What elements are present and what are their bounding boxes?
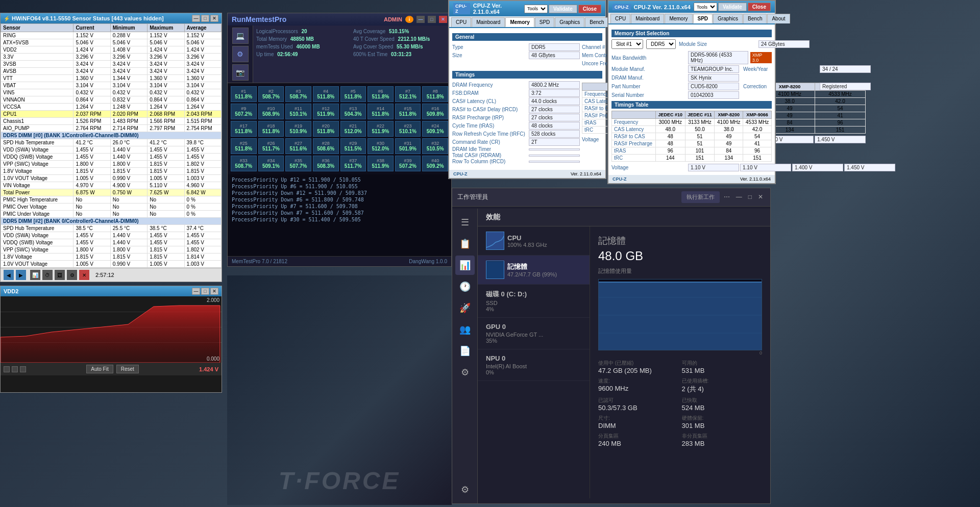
cpuz-tab-mainboard[interactable]: Mainboard	[472, 17, 505, 27]
table-row[interactable]: RING 1.152 V 0.288 V 1.152 V 1.152 V	[1, 32, 222, 39]
memtest-log[interactable]: ProcessPriority Up #12 = 511.900 / 510.0…	[228, 174, 451, 256]
table-row[interactable]: VCCSA 1.264 V 1.248 V 1.264 V 1.264 V	[1, 104, 222, 111]
hwinfo-icon3[interactable]: 🖼	[55, 270, 65, 280]
cpuz-right-close-btn[interactable]: Close	[748, 3, 771, 11]
vdd2-minimize[interactable]: —	[192, 288, 200, 295]
cpuz-drammanuf-value: SK Hynix	[688, 74, 739, 82]
hwinfo-icon2[interactable]: ⏱	[42, 270, 53, 280]
cpuz-right-tools-select[interactable]: Tools	[694, 3, 717, 11]
cpuz-left-tools-select[interactable]: Tools	[524, 5, 548, 13]
cpuz-slot-select[interactable]: Slot #1	[611, 39, 643, 49]
cpuz-right-tab-graphics[interactable]: Graphics	[713, 14, 743, 23]
memtest-computer-icon[interactable]: 💻	[232, 28, 249, 44]
taskmgr-slots-stat: 已使用插槽: 2 (共 4)	[682, 377, 763, 394]
table-row[interactable]: 3VSB 3.424 V 3.424 V 3.424 V 3.424 V	[1, 61, 222, 68]
cpuz-right-tab-bench[interactable]: Bench	[743, 14, 767, 23]
taskmgr-more-btn[interactable]: ⋯	[722, 191, 732, 203]
cpuz-right-tab-spd[interactable]: SPD	[693, 14, 713, 23]
hwinfo-minimize-btn[interactable]: —	[192, 15, 200, 22]
table-row[interactable]: AVSB 3.424 V 3.424 V 3.424 V 3.424 V	[1, 68, 222, 75]
table-row[interactable]: VNNAON 0.864 V 0.832 V 0.864 V 0.864 V	[1, 96, 222, 104]
cpuz-tab-cpu[interactable]: CPU	[451, 17, 471, 27]
hwinfo-icon1[interactable]: 📊	[30, 270, 40, 280]
cpuz-type-select[interactable]: DDR5	[646, 39, 676, 49]
memtest-info-icon[interactable]: i	[405, 16, 413, 23]
taskmgr-new-task-btn[interactable]: 執行新工作	[681, 191, 720, 203]
table-row[interactable]: 3.3V 3.296 V 3.296 V 3.296 V 3.296 V	[1, 54, 222, 61]
memtest-minimize[interactable]: —	[416, 16, 425, 23]
table-row[interactable]: VDDQ (SWB) Voltage 1.455 V 1.440 V 1.455…	[1, 154, 222, 161]
taskmgr-nav-performance[interactable]: 📊	[455, 256, 475, 275]
vdd2-reset-btn[interactable]: Reset	[116, 365, 139, 373]
table-row[interactable]: PMIC High Temperature No No No 0 %	[1, 196, 222, 204]
taskmgr-pagedpool-label: 分頁集區	[598, 433, 679, 440]
cpuz-tab-memory[interactable]: Memory	[505, 17, 534, 27]
taskmgr-disk-item[interactable]: 磁碟 0 (C: D:) SSD 4%	[478, 285, 590, 318]
table-row[interactable]: ATX+5VSB 5.046 V 5.046 V 5.046 V 5.046 V	[1, 39, 222, 46]
table-row[interactable]: VIN Voltage 4.970 V 4.900 V 5.110 V 4.96…	[1, 182, 222, 189]
taskmgr-memory-item[interactable]: 記憶體 47.2/47.7 GB (99%)	[478, 256, 590, 285]
cpuz-right-validate-btn[interactable]: Validate	[718, 3, 747, 11]
taskmgr-nav-hamburger[interactable]: ☰	[455, 213, 475, 232]
sensor-maximum: 1.455 V	[148, 232, 184, 239]
table-row[interactable]: VDD2 1.424 V 1.408 V 1.424 V 1.424 V	[1, 46, 222, 54]
hwinfo-icon4[interactable]: ⚙	[67, 270, 77, 280]
taskmgr-nav-services[interactable]: ⚙	[455, 363, 475, 382]
table-row[interactable]: VPP (SWC) Voltage 1.800 V 1.800 V 1.815 …	[1, 161, 222, 168]
vdd2-close[interactable]: ✕	[210, 288, 218, 295]
table-row[interactable]: VDD (SWA) Voltage 1.455 V 1.440 V 1.455 …	[1, 146, 222, 154]
memtest-gear-icon[interactable]: ⚙	[232, 46, 249, 62]
taskmgr-nav-processes[interactable]: 📋	[455, 234, 475, 253]
taskmgr-gpu-item[interactable]: GPU 0 NVIDIA GeForce GT ... 35%	[478, 318, 590, 349]
taskmgr-minimize-btn[interactable]: —	[734, 191, 744, 203]
table-row[interactable]: VBAT 3.104 V 3.104 V 3.104 V 3.104 V	[1, 82, 222, 89]
hwinfo-maximize-btn[interactable]: □	[201, 15, 209, 22]
hwinfo-arrow-right[interactable]: ▶	[16, 270, 26, 280]
taskmgr-nav-users[interactable]: 👥	[455, 320, 475, 339]
taskmgr-nav-settings[interactable]: ⚙	[455, 480, 475, 499]
taskmgr-npu-item[interactable]: NPU 0 Intel(R) AI Boost 0%	[478, 349, 590, 381]
table-row[interactable]: AIO_PUMP 2.764 RPM 2.714 RPM 2.797 RPM 2…	[1, 125, 222, 132]
taskmgr-nav-apphistory[interactable]: 🕐	[455, 277, 475, 296]
cpuz-left-validate-btn[interactable]: Validate	[549, 5, 577, 13]
table-row[interactable]: 1.0V VOUT Voltage 1.005 V 0.990 V 1.005 …	[1, 175, 222, 182]
hwinfo-arrow-left[interactable]: ◀	[4, 270, 14, 280]
cpuz-tab-spd[interactable]: SPD	[535, 17, 555, 27]
table-row[interactable]: 1.8V Voltage 1.815 V 1.815 V 1.815 V 1.8…	[1, 253, 222, 261]
cpuz-right-tab-cpu[interactable]: CPU	[610, 14, 630, 23]
sensor-current: 1.264 V	[74, 104, 110, 111]
memtest-camera-icon[interactable]: 📷	[232, 64, 249, 81]
cpuz-left-close-btn[interactable]: Close	[578, 5, 601, 13]
sensor-current: No	[74, 204, 110, 211]
cpuz-tab-graphics[interactable]: Graphics	[555, 17, 584, 27]
table-row[interactable]: PMIC Under Voltage No No No 0 %	[1, 211, 222, 218]
table-row[interactable]: PMIC Over Voltage No No No 0 %	[1, 204, 222, 211]
taskmgr-close-btn[interactable]: ✕	[756, 191, 765, 203]
table-row[interactable]: VTT 1.360 V 1.344 V 1.360 V 1.360 V	[1, 75, 222, 82]
vdd2-autofit-btn[interactable]: Auto Fit	[86, 365, 113, 373]
cpuz-right-tab-mainboard[interactable]: Mainboard	[631, 14, 664, 23]
cpuz-right-tab-memory[interactable]: Memory	[665, 14, 692, 23]
table-row[interactable]: Chassis1 1.526 RPM 1.483 RPM 1.566 RPM 1…	[1, 118, 222, 125]
cpuz-tab-bench[interactable]: Bench	[585, 17, 608, 27]
table-row[interactable]: VDDQ (SWB) Voltage 1.455 V 1.440 V 1.455…	[1, 239, 222, 246]
table-row[interactable]: 1.0V VOUT Voltage 1.005 V 0.990 V 1.005 …	[1, 261, 222, 268]
cpuz-right-tab-about[interactable]: About	[767, 14, 790, 23]
table-row[interactable]: VIN5 0.432 V 0.432 V 0.432 V 0.432 V	[1, 89, 222, 96]
vdd2-maximize[interactable]: □	[201, 288, 209, 295]
taskmgr-maximize-btn[interactable]: □	[746, 191, 754, 203]
table-row[interactable]: CPU1 2.037 RPM 2.020 RPM 2.068 RPM 2.043…	[1, 111, 222, 118]
table-row[interactable]: SPD Hub Temperature 38.5 °C 25.5 °C 38.5…	[1, 225, 222, 232]
memtest-maximize[interactable]: □	[428, 16, 436, 23]
hwinfo-icon5[interactable]: ✕	[79, 270, 89, 280]
table-row[interactable]: VPP (SWC) Voltage 1.800 V 1.800 V 1.815 …	[1, 246, 222, 253]
hwinfo-close-btn[interactable]: ✕	[210, 15, 218, 22]
table-row[interactable]: SPD Hub Temperature 41.2 °C 26.0 °C 41.2…	[1, 139, 222, 146]
taskmgr-nav-details[interactable]: 📄	[455, 341, 475, 361]
memtest-close[interactable]: ✕	[439, 16, 447, 23]
taskmgr-nav-startup[interactable]: 🚀	[455, 298, 475, 318]
table-row[interactable]: VDD (SWA) Voltage 1.455 V 1.440 V 1.455 …	[1, 232, 222, 239]
table-row[interactable]: 1.8V Voltage 1.815 V 1.815 V 1.815 V 1.8…	[1, 168, 222, 175]
taskmgr-cpu-item[interactable]: CPU 100% 4.83 GHz	[478, 226, 590, 256]
table-row[interactable]: Total Power 6.875 W 0.750 W 7.625 W 6.84…	[1, 189, 222, 196]
